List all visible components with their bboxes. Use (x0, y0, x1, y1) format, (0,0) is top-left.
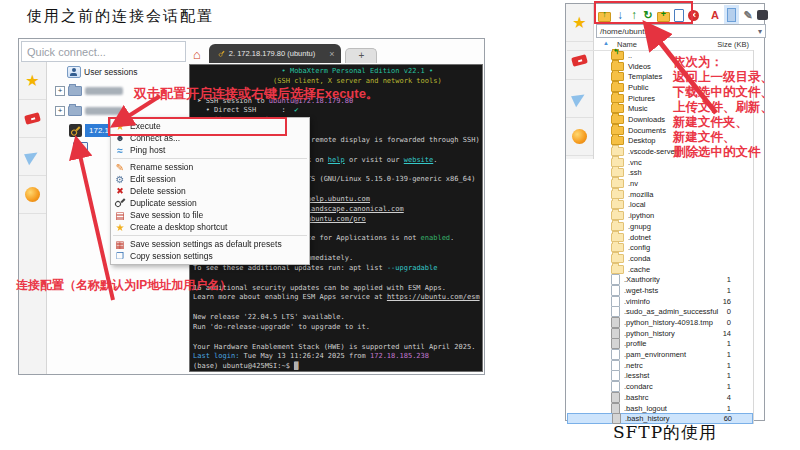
session-folder[interactable] (55, 86, 123, 96)
menu-item-edit-session[interactable]: Edit session (111, 173, 309, 185)
menu-item-save-session-settings-as-default-presets[interactable]: Save session settings as default presets (111, 238, 309, 250)
file-row[interactable]: Videos (567, 61, 753, 72)
file-row[interactable]: .config (567, 242, 753, 253)
terminal-line: • MobaXterm Personal Edition v22.1 • (193, 67, 482, 77)
encoding-a-icon[interactable] (710, 8, 720, 22)
file-row[interactable]: Documents (567, 125, 753, 136)
file-name: .conda (628, 254, 651, 263)
menu-item-create-a-desktop-shortcut[interactable]: Create a desktop shortcut (111, 221, 309, 233)
up-directory-icon[interactable] (598, 12, 611, 22)
file-row[interactable]: .python_history-40918.tmp0 (567, 317, 753, 328)
edit-pen-icon[interactable] (743, 8, 753, 22)
file-icon (611, 403, 620, 414)
ping-icon (114, 145, 126, 156)
terminal-line: Learn more about enabling ESM Apps servi… (193, 293, 482, 303)
new-file-icon[interactable] (674, 9, 684, 22)
folder-icon (611, 104, 624, 113)
new-folder-icon[interactable] (657, 12, 670, 22)
file-row[interactable]: Templates (567, 71, 753, 82)
file-row[interactable]: Music (567, 103, 753, 114)
sftp-panel: /home/ubuntu/ ▾ ▲ Name Size (KB) ..Video… (565, 3, 765, 421)
file-row[interactable]: .nv (567, 178, 753, 189)
new-tab-button[interactable]: + (345, 48, 377, 63)
tools-knife-icon (24, 112, 41, 125)
file-row[interactable]: .gnupg (567, 221, 753, 232)
terminal-line: Your Hardware Enablement Stack (HWE) is … (193, 343, 482, 353)
menu-item-label: Rename session (130, 162, 193, 172)
menu-item-execute[interactable]: Execute (111, 120, 309, 132)
menu-item-delete-session[interactable]: Delete session (111, 185, 309, 197)
file-row[interactable]: .pam_environment1 (567, 349, 753, 360)
column-name[interactable]: Name (617, 40, 637, 49)
tab-close-icon[interactable]: × (329, 49, 334, 59)
sidebar-tab-tools-knife[interactable] (19, 100, 46, 138)
file-row[interactable]: .vnc (567, 157, 753, 168)
menu-item-duplicate-session[interactable]: Duplicate session (111, 197, 309, 209)
key-icon (114, 198, 126, 209)
file-row[interactable]: .conda (567, 253, 753, 264)
file-size: 0 (707, 307, 731, 316)
file-row[interactable]: .netrc1 (567, 360, 753, 371)
quick-connect-input[interactable] (21, 41, 186, 62)
menu-item-label: Ping host (130, 145, 165, 155)
file-row[interactable]: .local (567, 200, 753, 211)
sidebar-tab-sftp-globe[interactable] (19, 176, 46, 214)
delete-icon[interactable] (688, 10, 699, 21)
user-sessions-root[interactable]: User sessions (67, 66, 137, 78)
sidebar-tab-sessions-star[interactable] (19, 62, 46, 100)
file-row[interactable]: .bash_logout1 (567, 403, 753, 414)
terminal-line: Last login: Tue May 13 11:26:24 2025 fro… (193, 352, 482, 362)
menu-item-save-session-to-file[interactable]: Save session to file (111, 209, 309, 221)
menu-item-connect-as[interactable]: Connect as... (111, 132, 309, 144)
sidebar-tab-sessions-star[interactable] (566, 4, 593, 42)
folder-icon (611, 158, 624, 167)
file-icon (611, 360, 620, 371)
session-folder[interactable] (55, 106, 123, 116)
file-row[interactable]: Desktop (567, 136, 753, 147)
file-row[interactable]: .viminfo16 (567, 296, 753, 307)
file-row[interactable]: Downloads (567, 114, 753, 125)
file-row[interactable]: .Xauthority1 (567, 274, 753, 285)
menu-item-ping-host[interactable]: Ping host (111, 144, 309, 156)
save-icon (114, 210, 126, 221)
file-row[interactable]: .profile1 (567, 339, 753, 350)
file-row[interactable]: .bashrc4 (567, 392, 753, 403)
folder-icon (611, 147, 624, 156)
menu-item-copy-session-settings[interactable]: Copy session settings (111, 250, 309, 262)
folder-icon (611, 233, 624, 242)
sidebar-tab-macros-plane[interactable] (19, 138, 46, 176)
column-size[interactable]: Size (KB) (717, 40, 749, 49)
sort-asc-icon[interactable]: ▲ (603, 40, 609, 46)
file-row[interactable]: .vscode-server (567, 146, 753, 157)
download-icon[interactable] (615, 8, 625, 22)
file-row[interactable]: .cache (567, 264, 753, 275)
panel-toggle-icon[interactable] (727, 8, 736, 22)
file-row[interactable]: Public (567, 82, 753, 93)
sftp-path-bar[interactable]: /home/ubuntu/ ▾ (596, 24, 766, 38)
context-menu: ExecuteConnect as...Ping hostRename sess… (110, 117, 310, 265)
file-row[interactable]: .condarc1 (567, 381, 753, 392)
file-row[interactable]: .ipython (567, 210, 753, 221)
expand-icon[interactable] (55, 106, 65, 116)
file-row[interactable]: .dotnet (567, 232, 753, 243)
home-tab-icon[interactable]: ⌂ (193, 47, 201, 62)
file-row[interactable]: Pictures (567, 93, 753, 104)
file-row[interactable]: .wget-hsts1 (567, 285, 753, 296)
blurred-folder-name (85, 87, 123, 95)
refresh-icon[interactable] (643, 8, 653, 22)
terminal-line: • Direct SSH : ✔ (193, 106, 482, 116)
file-name: Documents (628, 126, 666, 135)
terminal-icon[interactable] (757, 10, 768, 20)
dropdown-caret-icon[interactable]: ▾ (758, 27, 762, 36)
file-row[interactable]: .ssh (567, 168, 753, 179)
file-row[interactable]: .python_history14 (567, 328, 753, 339)
file-row[interactable]: .lesshst1 (567, 371, 753, 382)
file-row[interactable]: .sudo_as_admin_successful0 (567, 307, 753, 318)
file-row[interactable]: .. (567, 50, 753, 61)
expand-icon[interactable] (55, 86, 65, 96)
file-row[interactable]: .mozilla (567, 189, 753, 200)
upload-icon[interactable] (629, 8, 639, 22)
file-size: 1 (707, 339, 731, 348)
menu-item-rename-session[interactable]: Rename session (111, 161, 309, 173)
terminal-tab[interactable]: 2. 172.18.179.80 (ubuntu) × (209, 44, 342, 63)
